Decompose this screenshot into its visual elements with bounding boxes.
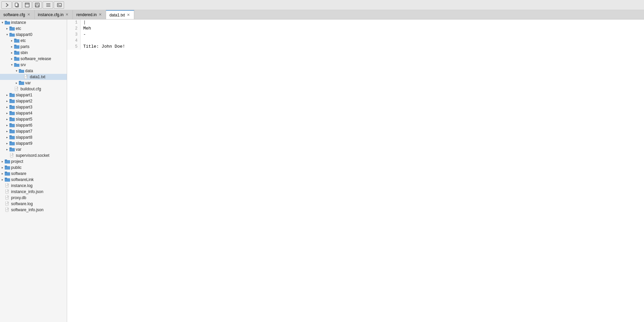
expand-arrow[interactable] <box>0 183 5 188</box>
expand-arrow[interactable] <box>0 171 5 176</box>
file-icon <box>9 153 15 158</box>
tree-item-slappart0_parts[interactable]: parts <box>0 44 67 50</box>
expand-arrow[interactable] <box>9 44 14 49</box>
tree-item-supervisord_socket[interactable]: supervisord.socket <box>0 152 67 158</box>
tree-item-softwareLink[interactable]: softwareLink <box>0 177 67 183</box>
expand-arrow[interactable] <box>5 26 9 31</box>
tab-rendered-in-label: rendered.in <box>76 12 97 17</box>
svg-rect-51 <box>9 117 12 119</box>
code-lines[interactable]: Meh-Title: John Doe! <box>81 19 644 50</box>
expand-arrow[interactable] <box>14 68 19 73</box>
expand-arrow[interactable] <box>5 105 9 109</box>
expand-arrow[interactable] <box>5 123 9 128</box>
tree-item-label: instance.log <box>11 183 33 188</box>
tree-item-slappart4[interactable]: slappart4 <box>0 110 67 116</box>
tree-item-slappart0_software_release[interactable]: software_release <box>0 56 67 62</box>
expand-arrow[interactable] <box>0 159 5 164</box>
expand-arrow[interactable] <box>5 99 9 103</box>
tree-item-slappart3[interactable]: slappart3 <box>0 104 67 110</box>
folder-icon <box>9 26 15 31</box>
tree-item-etc[interactable]: etc <box>0 26 67 32</box>
tree-item-slappart6[interactable]: slappart6 <box>0 122 67 128</box>
tree-item-slappart0_sbin[interactable]: sbin <box>0 50 67 56</box>
tab-software-cfg[interactable]: software.cfg ✕ <box>0 10 35 19</box>
tree-item-slappart0_var[interactable]: var <box>0 80 67 86</box>
tree-item-software_info_json[interactable]: software_info.json <box>0 207 67 213</box>
tab-rendered-in-close[interactable]: ✕ <box>98 12 102 17</box>
expand-arrow[interactable] <box>0 208 5 212</box>
tree-item-proxy_db[interactable]: proxy.db <box>0 195 67 201</box>
file-icon <box>23 75 29 79</box>
expand-arrow[interactable] <box>9 56 14 61</box>
tab-rendered-in[interactable]: rendered.in ✕ <box>73 10 106 19</box>
svg-rect-53 <box>9 123 12 125</box>
tab-data1-txt-close[interactable]: ✕ <box>126 13 131 17</box>
tree-item-label: instance_info.json <box>11 189 43 194</box>
tab-data1-txt[interactable]: data1.txt ✕ <box>106 10 134 19</box>
tree-item-software[interactable]: software <box>0 171 67 177</box>
tree-item-software_log[interactable]: software.log <box>0 201 67 207</box>
expand-arrow[interactable] <box>0 189 5 194</box>
svg-rect-2 <box>25 3 29 7</box>
expand-arrow[interactable] <box>5 129 9 134</box>
tab-instance-cfg-in[interactable]: instance.cfg.in ✕ <box>35 10 73 19</box>
editor-area[interactable]: 12345 Meh-Title: John Doe! <box>67 19 644 322</box>
expand-arrow[interactable] <box>0 165 5 170</box>
expand-arrow[interactable] <box>5 111 9 116</box>
shell-button[interactable] <box>54 1 64 9</box>
save-button[interactable] <box>33 1 42 9</box>
expand-arrow[interactable] <box>5 32 9 37</box>
copy-icon <box>15 3 19 7</box>
tree-item-slappart1[interactable]: slappart1 <box>0 92 67 98</box>
tree-item-label: parts <box>20 44 30 49</box>
tree-item-instance_info_json[interactable]: instance_info.json <box>0 189 67 195</box>
tree-item-slappart0_srv_data[interactable]: data <box>0 68 67 74</box>
expand-arrow[interactable] <box>19 75 23 79</box>
expand-arrow[interactable] <box>0 20 5 25</box>
tree-item-project[interactable]: project <box>0 158 67 165</box>
svg-rect-49 <box>9 111 12 112</box>
tree-item-instance_log[interactable]: instance.log <box>0 183 67 189</box>
expand-arrow[interactable] <box>0 201 5 206</box>
tree-item-var[interactable]: var <box>0 146 67 152</box>
expand-arrow[interactable] <box>14 81 19 85</box>
tree-item-data1_txt_file[interactable]: data1.txt <box>0 74 67 80</box>
svg-rect-45 <box>9 99 12 100</box>
tree-item-slappart8[interactable]: slappart8 <box>0 134 67 140</box>
tree-item-slappart0_etc[interactable]: etc <box>0 38 67 44</box>
tab-software-cfg-label: software.cfg <box>3 12 25 17</box>
tree-item-slappart0_srv[interactable]: srv <box>0 62 67 68</box>
folder-icon <box>5 159 10 164</box>
tree-item-slappart9[interactable]: slappart9 <box>0 140 67 146</box>
expand-arrow[interactable] <box>0 177 5 182</box>
expand-arrow[interactable] <box>9 38 14 43</box>
tree-item-instance[interactable]: instance <box>0 19 67 26</box>
tab-instance-cfg-in-close[interactable]: ✕ <box>65 12 69 17</box>
tree-item-public[interactable]: public <box>0 165 67 171</box>
toolbar <box>0 0 644 10</box>
expand-arrow[interactable] <box>5 141 9 146</box>
expand-arrow[interactable] <box>0 195 5 200</box>
expand-arrow[interactable] <box>9 50 14 55</box>
expand-arrow[interactable] <box>9 62 14 67</box>
maximize-button[interactable] <box>22 1 32 9</box>
tree-item-slappart0[interactable]: slappart0 <box>0 32 67 38</box>
expand-arrow[interactable] <box>5 153 9 158</box>
tree-item-slappart5[interactable]: slappart5 <box>0 116 67 122</box>
tree-item-slappart0_buildout_cfg[interactable]: buildout.cfg <box>0 86 67 92</box>
expand-arrow[interactable] <box>5 147 9 152</box>
expand-arrow[interactable] <box>5 93 9 97</box>
tree-item-slappart7[interactable]: slappart7 <box>0 128 67 134</box>
working-dir-button[interactable] <box>1 1 12 9</box>
tabs-bar: software.cfg ✕ instance.cfg.in ✕ rendere… <box>0 10 644 19</box>
copy-button[interactable] <box>12 1 22 9</box>
svg-rect-66 <box>5 159 7 161</box>
tree-item-slappart2[interactable]: slappart2 <box>0 98 67 104</box>
svg-rect-70 <box>5 172 7 173</box>
expand-arrow[interactable] <box>5 117 9 122</box>
expand-arrow[interactable] <box>5 135 9 140</box>
expand-arrow[interactable] <box>9 87 14 91</box>
tree-item-label: srv <box>20 62 26 67</box>
tab-software-cfg-close[interactable]: ✕ <box>27 12 31 17</box>
menu-button[interactable] <box>43 1 53 9</box>
